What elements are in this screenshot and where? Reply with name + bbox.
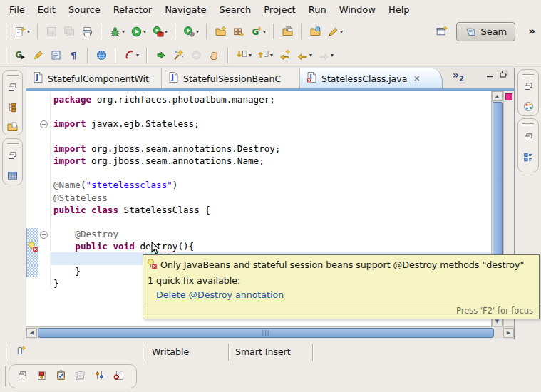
scroll-up-arrow[interactable]: ▲ bbox=[492, 91, 503, 101]
code-line-8[interactable]: @Name("stetelessclass") bbox=[26, 179, 514, 191]
profile-icon[interactable]: ▾ bbox=[122, 47, 140, 63]
annotation-ruler bbox=[26, 252, 38, 264]
new-seam-component-icon[interactable] bbox=[231, 24, 246, 40]
dropdown-arrow-icon[interactable]: ▾ bbox=[340, 29, 343, 35]
show-whitespace-icon[interactable]: ¶ bbox=[66, 47, 81, 63]
dropdown-arrow-icon[interactable]: ▾ bbox=[27, 29, 30, 35]
markers-view-icon[interactable] bbox=[36, 369, 48, 384]
code-token: org.richfaces.photoalbum.manager; bbox=[91, 94, 275, 105]
print-icon[interactable] bbox=[80, 24, 95, 40]
previous-edit-location-icon[interactable]: ▾ bbox=[256, 47, 274, 63]
menu-run[interactable]: Run bbox=[302, 2, 333, 17]
quick-fix-wizard-icon[interactable] bbox=[171, 47, 186, 63]
maximize-editor-icon[interactable] bbox=[499, 68, 508, 81]
format-source-icon[interactable] bbox=[48, 47, 63, 63]
seam-generate-icon[interactable]: G bbox=[13, 47, 28, 63]
tab-overflow-chevron[interactable]: »2 bbox=[453, 71, 464, 83]
dropdown-arrow-icon[interactable]: ▾ bbox=[249, 52, 252, 58]
menu-source[interactable]: Source bbox=[62, 2, 107, 17]
navigator-view-icon[interactable] bbox=[6, 121, 19, 136]
code-token: @Destroy bbox=[75, 229, 118, 239]
code-line-13[interactable]: public void destroy(){ bbox=[26, 240, 514, 252]
mark-occurrences-icon[interactable] bbox=[31, 47, 46, 63]
minimize-editor-icon[interactable] bbox=[485, 68, 495, 81]
code-line-7[interactable] bbox=[26, 167, 514, 179]
run-last-launched-icon[interactable]: ▾ bbox=[150, 24, 169, 40]
debug-icon[interactable]: ▾ bbox=[108, 24, 126, 40]
horizontal-scrollbar[interactable]: ◀ ||| ▶ bbox=[26, 326, 514, 339]
new-seam-action-icon[interactable]: G▾ bbox=[249, 24, 267, 40]
outline-view-icon[interactable] bbox=[522, 151, 535, 166]
run-icon[interactable]: ▾ bbox=[129, 24, 148, 40]
dropdown-arrow-icon[interactable]: ▾ bbox=[122, 29, 125, 35]
selection-tool-icon[interactable] bbox=[207, 47, 222, 63]
code-line-1[interactable]: package org.richfaces.photoalbum.manager… bbox=[26, 93, 514, 105]
code-line-12[interactable]: − @Destroy bbox=[26, 228, 514, 240]
code-line-5[interactable]: import org.jboss.seam.annotations.Destro… bbox=[26, 143, 514, 155]
seam-perspective-button[interactable]: Seam bbox=[456, 22, 515, 41]
menu-navigate[interactable]: Navigate bbox=[158, 2, 212, 17]
scroll-left-arrow[interactable]: ◀ bbox=[26, 328, 37, 338]
code-line-4[interactable] bbox=[26, 130, 514, 143]
new-seam-project-icon[interactable] bbox=[213, 24, 228, 40]
properties-table-view-icon[interactable] bbox=[6, 170, 19, 185]
menu-file[interactable]: File bbox=[3, 2, 31, 17]
dropdown-arrow-icon[interactable]: ▾ bbox=[165, 29, 168, 35]
overview-error-mark[interactable] bbox=[505, 93, 512, 100]
delete-destroy-annotation-link[interactable]: Delete @Destroy annotation bbox=[156, 289, 284, 300]
code-line-10[interactable]: public class StatelessClass { bbox=[26, 204, 514, 216]
import-wizard-icon[interactable] bbox=[280, 24, 295, 40]
new-wizard-icon[interactable]: ▾ bbox=[13, 24, 31, 40]
separator bbox=[228, 344, 230, 361]
properties-view-icon[interactable] bbox=[93, 369, 105, 384]
open-web-browser-icon[interactable] bbox=[94, 47, 109, 63]
open-perspective-icon[interactable] bbox=[434, 24, 449, 40]
dropdown-arrow-icon[interactable]: ▾ bbox=[143, 29, 146, 35]
code-line-3[interactable]: −import javax.ejb.Stateless; bbox=[26, 118, 514, 130]
dropdown-arrow-icon[interactable]: ▾ bbox=[196, 29, 199, 35]
next-annotation-icon[interactable] bbox=[153, 47, 168, 63]
console-view-icon[interactable] bbox=[74, 369, 86, 384]
external-tools-icon[interactable]: ▾ bbox=[182, 24, 200, 40]
restore-view-icon[interactable] bbox=[6, 150, 19, 165]
collapse-icon[interactable]: − bbox=[40, 231, 48, 239]
dropdown-arrow-icon[interactable]: ▾ bbox=[309, 52, 312, 58]
restore-view-icon[interactable] bbox=[522, 81, 535, 96]
web-project-icon[interactable] bbox=[308, 24, 323, 40]
dropdown-arrow-icon[interactable]: ▾ bbox=[331, 52, 334, 58]
fold-ruler bbox=[38, 277, 51, 289]
code-line-11[interactable] bbox=[26, 216, 514, 228]
scroll-right-arrow[interactable]: ▶ bbox=[503, 328, 514, 338]
code-line-9[interactable]: @Stateless bbox=[26, 192, 514, 204]
menu-edit[interactable]: Edit bbox=[31, 2, 62, 17]
menu-window[interactable]: Window bbox=[333, 2, 382, 17]
code-line-2[interactable] bbox=[26, 105, 514, 118]
close-tab-icon[interactable]: ✕ bbox=[413, 74, 420, 83]
editor-tab-statelessclass-java[interactable]: JStatelessClass.java✕ bbox=[300, 68, 443, 88]
editor-tab-statefulsessionbeanc[interactable]: JStatefulSessionBeanC bbox=[162, 68, 300, 88]
next-edit-location-icon[interactable]: ▾ bbox=[235, 47, 253, 63]
menu-search[interactable]: Search bbox=[213, 2, 258, 17]
perspective-overflow-chevron[interactable]: » bbox=[528, 25, 535, 38]
restore-view-icon[interactable] bbox=[16, 369, 29, 384]
menu-refactor[interactable]: Refactor bbox=[107, 2, 159, 17]
menu-project[interactable]: Project bbox=[257, 2, 302, 17]
tasks-view-icon[interactable] bbox=[55, 369, 67, 384]
restore-view-icon[interactable] bbox=[522, 131, 535, 146]
code-line-6[interactable]: import org.jboss.seam.annotations.Name; bbox=[26, 155, 514, 167]
horizontal-scrollbar-thumb[interactable]: ||| bbox=[38, 328, 494, 338]
collapse-icon[interactable]: − bbox=[40, 120, 48, 128]
error-log-view-icon[interactable] bbox=[113, 369, 125, 384]
back-history-icon[interactable]: ▾ bbox=[295, 47, 314, 63]
seam-components-view-icon[interactable] bbox=[522, 100, 535, 115]
dropdown-arrow-icon[interactable]: ▾ bbox=[263, 29, 266, 35]
last-edit-location-icon[interactable] bbox=[277, 47, 292, 63]
editor-tab-statefulcomponentwit[interactable]: JStatefulComponentWit bbox=[26, 68, 162, 88]
restore-view-icon[interactable] bbox=[6, 81, 19, 96]
menu-help[interactable]: Help bbox=[382, 2, 416, 17]
package-explorer-view-icon[interactable] bbox=[6, 101, 19, 116]
fast-view-icon[interactable] bbox=[16, 345, 27, 359]
dropdown-arrow-icon[interactable]: ▾ bbox=[270, 52, 273, 58]
create-marker-icon[interactable]: ▾ bbox=[326, 24, 344, 40]
dropdown-arrow-icon[interactable]: ▾ bbox=[136, 52, 139, 58]
